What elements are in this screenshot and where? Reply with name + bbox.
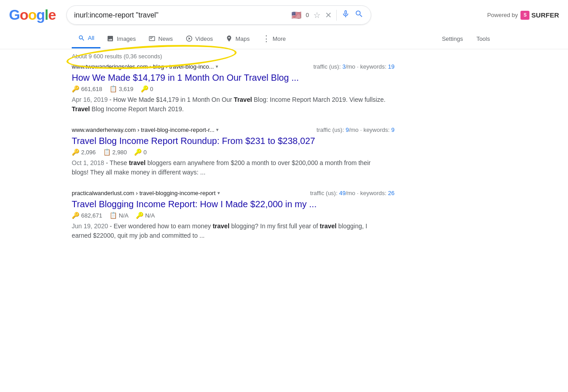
key-icon-2: 🔑 [72,148,79,156]
result-date-1: Apr 16, 2019 [72,96,108,103]
flag-icon: 🇺🇸 [291,10,301,20]
result-url-2: www.wanderherway.com › travel-blog-incom… [72,126,219,133]
result-traffic-1: traffic (us): 3/mo · keywords: 19 [313,63,395,70]
result-metrics-1: 🔑 661,618 📋 3,619 🔑 0 [72,85,395,92]
result-url-text-1: www.twowanderingsoles.com › blog › trave… [72,63,214,70]
result-snippet-1: Apr 16, 2019 - How We Made $14,179 in 1 … [72,95,386,114]
metric-page-1: 📋 3,619 [109,85,134,92]
nav-news-label: News [158,35,173,42]
search-input[interactable] [74,11,288,19]
metric-gold-3: 🔑 N/A [136,212,155,219]
traffic-value-2: 9 [346,126,349,133]
metric-gold-2: 🔑 0 [134,148,147,156]
nav-item-images[interactable]: Images [100,30,142,48]
result-dropdown-3[interactable]: ▾ [217,190,220,196]
search-box: 🇺🇸 0 ☆ ✕ [66,5,371,25]
divider [336,10,337,21]
header: Google 🇺🇸 0 ☆ ✕ Powered by S [0,0,568,26]
results-container: www.twowanderingsoles.com › blog › trave… [0,61,568,255]
metric-key-2: 🔑 2,096 [72,148,96,156]
surfer-logo-icon: S [524,13,527,17]
gold-key-icon-1: 🔑 [141,85,148,92]
results-count: About 9 600 results (0,36 seconds) [72,53,162,60]
search-box-wrapper: 🇺🇸 0 ☆ ✕ [66,5,371,25]
nav-maps-label: Maps [235,35,250,42]
nav-item-all[interactable]: All [72,29,100,48]
result-dropdown-2[interactable]: ▾ [216,127,219,133]
keywords-value-1: 19 [388,63,395,70]
nav-item-videos[interactable]: Videos [179,30,220,48]
result-date-2: Oct 1, 2018 [72,159,104,166]
metric-page-3: 📋 N/A [109,212,129,219]
result-url-line-3: practicalwanderlust.com › travel-bloggin… [72,190,395,196]
result-url-text-2: www.wanderherway.com › travel-blog-incom… [72,126,214,133]
search-icons: 🇺🇸 0 ☆ ✕ [291,9,364,21]
key-icon-3: 🔑 [72,212,79,219]
close-icon[interactable]: ✕ [325,10,332,20]
traffic-value-1: 3 [343,63,346,70]
keywords-value-2: 9 [391,126,395,133]
metric-gold-1: 🔑 0 [141,85,153,92]
nav-item-more[interactable]: ⋮ More [256,28,292,49]
bookmark-icon[interactable]: ☆ [313,10,321,20]
result-date-3: Jun 19, 2020 [72,222,108,230]
result-url-text-3: practicalwanderlust.com › travel-bloggin… [72,190,216,196]
result-url-line-1: www.twowanderingsoles.com › blog › trave… [72,63,395,70]
page-icon-2: 📋 [103,148,111,156]
keywords-value-3: 26 [388,190,395,196]
result-traffic-3: traffic (us): 49/mo · keywords: 26 [310,190,395,196]
result-snippet-2: Oct 1, 2018 - These travel bloggers earn… [72,158,386,177]
nav-settings[interactable]: Settings [436,30,469,48]
google-logo: Google [9,7,56,23]
surfer-logo-box: S [520,11,529,20]
metric-page-2: 📋 2,980 [103,148,127,156]
result-title-1[interactable]: How We Made $14,179 in 1 Month On Our Tr… [72,72,395,83]
result-traffic-2: traffic (us): 9/mo · keywords: 9 [317,126,395,133]
dots-icon: ⋮ [262,34,270,44]
metric-key-3: 🔑 682,671 [72,212,102,219]
results-meta: About 9 600 results (0,36 seconds) [0,49,568,61]
result-dropdown-1[interactable]: ▾ [216,64,218,70]
nav-tools[interactable]: Tools [470,30,496,48]
nav-bar: All Images News Videos Maps ⋮ More Setti… [0,28,568,49]
traffic-value-3: 49 [339,190,345,196]
result-item-3: practicalwanderlust.com › travel-bloggin… [72,190,395,240]
result-item-1: www.twowanderingsoles.com › blog › trave… [72,63,395,114]
key-icon-1: 🔑 [72,85,79,92]
gold-key-icon-3: 🔑 [136,212,143,219]
gold-key-icon-2: 🔑 [134,148,142,156]
search-button-icon[interactable] [355,9,364,21]
surfer-branding: Powered by S SURFER [487,11,559,20]
nav-right: Settings Tools [436,30,496,48]
result-url-3: practicalwanderlust.com › travel-bloggin… [72,190,220,196]
nav-images-label: Images [117,35,136,42]
surfer-logo: S SURFER [520,11,559,20]
nav-more-label: More [273,35,286,42]
result-snippet-3: Jun 19, 2020 - Ever wondered how to earn… [72,222,386,240]
surfer-name: SURFER [531,11,559,19]
powered-by-label: Powered by [487,12,518,18]
page-icon-3: 📋 [109,212,117,219]
result-url-line-2: www.wanderherway.com › travel-blog-incom… [72,126,395,133]
page-icon-1: 📋 [109,85,117,92]
result-title-3[interactable]: Travel Blogging Income Report: How I Mad… [72,198,395,210]
metric-key-1: 🔑 661,618 [72,85,102,92]
result-title-2[interactable]: Travel Blog Income Report Roundup: From … [72,135,395,147]
result-item-2: www.wanderherway.com › travel-blog-incom… [72,126,395,177]
result-url-1: www.twowanderingsoles.com › blog › trave… [72,63,218,70]
nav-item-maps[interactable]: Maps [219,30,256,48]
result-metrics-3: 🔑 682,671 📋 N/A 🔑 N/A [72,212,395,219]
nav-item-news[interactable]: News [142,30,179,48]
nav-videos-label: Videos [195,35,213,42]
nav-all-label: All [88,35,94,41]
result-metrics-2: 🔑 2,096 📋 2,980 🔑 0 [72,148,395,156]
mic-icon[interactable] [341,9,350,21]
search-count-badge: 0 [306,12,309,18]
